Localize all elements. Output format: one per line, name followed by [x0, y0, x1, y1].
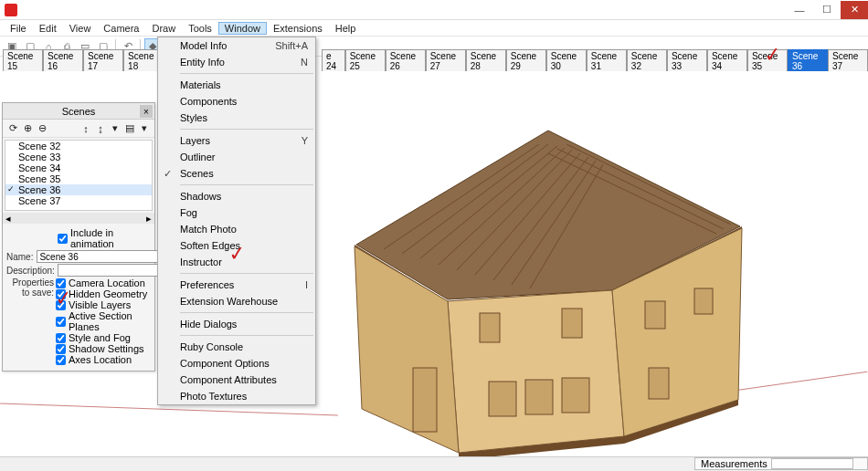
- scene-tab[interactable]: Scene 31: [587, 49, 627, 72]
- scene-tab[interactable]: Scene 29: [506, 49, 546, 72]
- scene-tab[interactable]: Scene 27: [426, 49, 466, 72]
- close-button[interactable]: ✕: [841, 1, 868, 19]
- scene-name-input[interactable]: [37, 250, 158, 263]
- scene-tab[interactable]: e 24: [322, 49, 345, 72]
- menu-chevron-icon[interactable]: ▾: [109, 122, 122, 135]
- scene-tab[interactable]: Scene 37: [828, 49, 868, 72]
- scene-list-item[interactable]: Scene 33: [5, 152, 152, 162]
- menu-help[interactable]: Help: [329, 22, 363, 35]
- menu-item-styles[interactable]: Styles: [158, 110, 315, 126]
- prop-checkbox[interactable]: [56, 289, 66, 299]
- scenes-scrollbar[interactable]: ◂ ▸: [3, 213, 154, 224]
- menu-extensions[interactable]: Extensions: [267, 22, 329, 35]
- close-icon[interactable]: ×: [140, 105, 153, 118]
- scroll-track[interactable]: [14, 213, 143, 224]
- move-down-icon[interactable]: ↨: [94, 122, 107, 135]
- menu-item-soften-edges[interactable]: Soften Edges: [158, 237, 315, 254]
- menu-item-photo-textures[interactable]: Photo Textures: [158, 388, 315, 404]
- include-in-animation-row[interactable]: Include in animation: [6, 227, 151, 249]
- prop-checkbox[interactable]: [56, 317, 66, 327]
- scene-tab[interactable]: Scene 30: [546, 49, 587, 72]
- menu-item-component-options[interactable]: Component Options: [158, 355, 315, 372]
- scene-list-item[interactable]: ✓Scene 36: [5, 184, 152, 195]
- menu-item-instructor[interactable]: Instructor: [158, 254, 315, 270]
- scene-tab[interactable]: Scene 15: [3, 49, 43, 72]
- scene-tab[interactable]: Scene 26: [386, 49, 426, 72]
- scenes-panel-title[interactable]: Scenes ×: [3, 103, 154, 120]
- prop-checkbox[interactable]: [56, 278, 66, 288]
- menu-item-extension-warehouse[interactable]: Extension Warehouse: [158, 293, 315, 309]
- menu-separator: [180, 73, 313, 74]
- view-icon[interactable]: ▤: [123, 122, 136, 135]
- scene-tab[interactable]: Scene 16: [43, 49, 83, 72]
- prop-axes-location[interactable]: Axes Location: [54, 354, 151, 365]
- scene-tab[interactable]: Scene 28: [466, 49, 506, 72]
- title-bar: — ☐ ✕: [0, 0, 868, 20]
- props-to-save: Propertiesto save: Camera LocationHidden…: [6, 277, 151, 365]
- menu-bar: FileEditViewCameraDrawToolsWindowExtensi…: [0, 20, 868, 37]
- menu-item-label: Photo Textures: [180, 391, 247, 402]
- scene-tab[interactable]: Scene 32: [627, 49, 667, 72]
- scene-list-item[interactable]: Scene 35: [5, 173, 152, 184]
- refresh-icon[interactable]: ⟳: [6, 122, 19, 135]
- scene-tab[interactable]: Scene 33: [667, 49, 707, 72]
- menu-item-shadows[interactable]: Shadows: [158, 188, 315, 204]
- menu-item-components[interactable]: Components: [158, 93, 315, 110]
- menu-item-entity-info[interactable]: Entity InfoN: [158, 54, 315, 70]
- menu-item-materials[interactable]: Materials: [158, 77, 315, 93]
- menu-item-ruby-console[interactable]: Ruby Console: [158, 339, 315, 355]
- app-icon: [5, 4, 17, 16]
- menu-tools[interactable]: Tools: [182, 22, 218, 35]
- prop-active-section-planes[interactable]: Active Section Planes: [54, 310, 151, 332]
- move-up-icon[interactable]: ↕: [79, 122, 92, 135]
- menu-item-fog[interactable]: Fog: [158, 204, 315, 221]
- scenes-list[interactable]: Scene 32Scene 33Scene 34Scene 35✓Scene 3…: [5, 140, 153, 211]
- add-icon[interactable]: ⊕: [21, 122, 34, 135]
- include-checkbox[interactable]: [58, 234, 68, 244]
- details-chevron-icon[interactable]: ▾: [138, 122, 151, 135]
- menu-item-preferences[interactable]: PreferencesI: [158, 277, 315, 293]
- prop-checkbox[interactable]: [56, 344, 66, 354]
- menu-separator: [180, 273, 313, 274]
- prop-visible-layers[interactable]: Visible Layers: [54, 299, 151, 310]
- scene-tab[interactable]: Scene 34: [707, 49, 747, 72]
- menu-view[interactable]: View: [63, 22, 98, 35]
- scene-tab[interactable]: Scene 17: [83, 49, 123, 72]
- scene-list-item[interactable]: Scene 34: [5, 162, 152, 173]
- prop-checkbox[interactable]: [56, 355, 66, 365]
- menu-file[interactable]: File: [4, 22, 33, 35]
- menu-item-hide-dialogs[interactable]: Hide Dialogs: [158, 316, 315, 332]
- scroll-left-icon[interactable]: ◂: [3, 213, 14, 224]
- prop-camera-location[interactable]: Camera Location: [54, 277, 151, 288]
- maximize-button[interactable]: ☐: [813, 1, 841, 19]
- menu-item-layers[interactable]: LayersY: [158, 132, 315, 149]
- scene-tab[interactable]: Scene 35: [747, 49, 788, 72]
- minimize-button[interactable]: —: [786, 1, 813, 19]
- scene-list-label: Scene 37: [18, 195, 60, 206]
- prop-hidden-geometry[interactable]: Hidden Geometry: [54, 288, 151, 299]
- scene-tab[interactable]: Scene 25: [345, 49, 386, 72]
- prop-checkbox[interactable]: [56, 300, 66, 310]
- menu-item-scenes[interactable]: ✓Scenes: [158, 165, 315, 182]
- menu-edit[interactable]: Edit: [33, 22, 63, 35]
- scene-list-item[interactable]: Scene 37: [5, 195, 152, 206]
- prop-label: Hidden Geometry: [69, 288, 147, 299]
- menu-item-component-attributes[interactable]: Component Attributes: [158, 372, 315, 388]
- prop-shadow-settings[interactable]: Shadow Settings: [54, 343, 151, 354]
- menu-item-label: Entity Info: [180, 57, 225, 68]
- menu-draw[interactable]: Draw: [145, 22, 182, 35]
- status-bar: Measurements: [0, 456, 868, 471]
- measurements-input[interactable]: [771, 458, 853, 469]
- remove-icon[interactable]: ⊖: [36, 122, 48, 135]
- scene-list-item[interactable]: Scene 32: [5, 141, 152, 152]
- menu-camera[interactable]: Camera: [97, 22, 145, 35]
- menu-item-outliner[interactable]: Outliner: [158, 149, 315, 165]
- menu-item-match-photo[interactable]: Match Photo: [158, 221, 315, 237]
- scene-tab[interactable]: Scene 36: [788, 49, 828, 72]
- menu-window[interactable]: Window: [218, 22, 267, 35]
- scroll-right-icon[interactable]: ▸: [143, 213, 154, 224]
- prop-style-and-fog[interactable]: Style and Fog: [54, 332, 151, 343]
- prop-checkbox[interactable]: [56, 333, 66, 343]
- menu-item-model-info[interactable]: Model InfoShift+A: [158, 37, 315, 54]
- svg-rect-19: [562, 378, 589, 413]
